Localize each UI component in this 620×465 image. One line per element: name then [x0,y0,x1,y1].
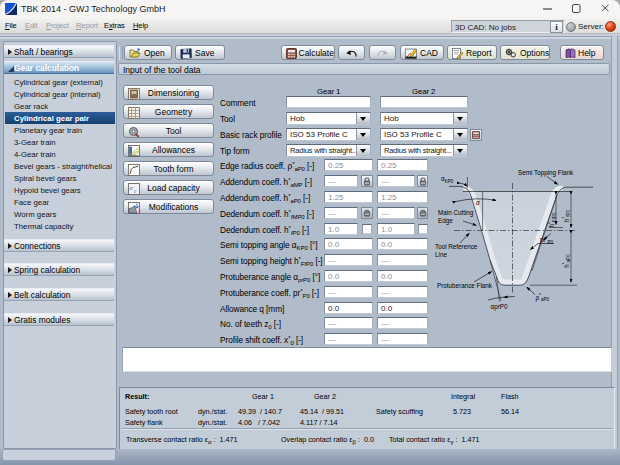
svg-text:ρ*aP0: ρ*aP0 [536,293,550,302]
svg-text:Protuberance Flank: Protuberance Flank [437,282,493,289]
svg-text:Edge: Edge [438,217,453,225]
svg-text:Line: Line [435,251,447,258]
svg-text:h*fP0: h*fP0 [562,209,571,222]
svg-text:α: α [476,199,480,206]
svg-text:αKP0: αKP0 [441,175,454,184]
svg-text:Tool Reference: Tool Reference [435,243,478,250]
svg-text:Semi Topping Flank: Semi Topping Flank [518,169,574,177]
svg-text:αprP0: αprP0 [491,303,508,311]
svg-text:Main Cutting: Main Cutting [438,209,474,217]
svg-text:h*aP0: h*aP0 [562,254,571,268]
